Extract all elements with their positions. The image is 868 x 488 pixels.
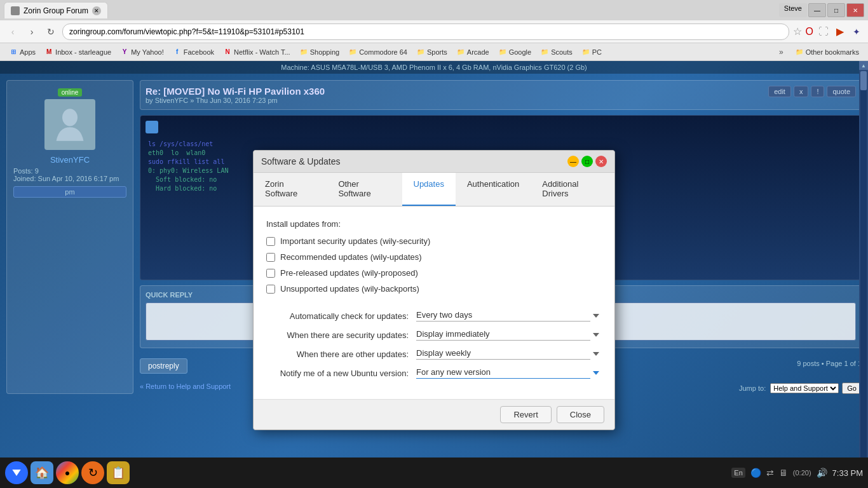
- auto-check-row: Automatically check for updates: Every t…: [266, 310, 602, 322]
- security-label[interactable]: Important security updates (wily-securit…: [280, 236, 430, 246]
- revert-button[interactable]: Revert: [500, 406, 551, 423]
- recommended-checkbox[interactable]: [266, 253, 275, 262]
- tab-authentication[interactable]: Authentication: [456, 173, 531, 206]
- other-updates-label: When there are other updates:: [269, 349, 409, 359]
- checkbox-security: Important security updates (wily-securit…: [266, 236, 602, 246]
- scroll-up-button[interactable]: ▲: [859, 61, 868, 70]
- tab-zorin-software[interactable]: Zorin Software: [254, 173, 327, 206]
- bookmark-google[interactable]: 📁 Google: [494, 46, 535, 58]
- other-updates-arrow[interactable]: [593, 352, 599, 356]
- website-content: Machine: ASUS M5A78L-M/USB 3, AMD Phenom…: [0, 61, 868, 488]
- time-detail: (0:20): [793, 469, 811, 477]
- reload-button[interactable]: ↻: [43, 24, 58, 39]
- post-reply-button[interactable]: postreply: [140, 358, 187, 374]
- url-input[interactable]: [62, 24, 789, 40]
- return-link[interactable]: « Return to Help and Support: [140, 383, 231, 390]
- scroll-thumb[interactable]: [860, 71, 867, 90]
- sports-folder-icon: 📁: [416, 48, 425, 57]
- pc-folder-icon: 📁: [581, 48, 590, 57]
- security-checkbox[interactable]: [266, 237, 275, 246]
- bookmark-commodore[interactable]: 📁 Commodore 64: [344, 46, 411, 58]
- minimize-button[interactable]: —: [808, 3, 826, 17]
- zorin-menu-button[interactable]: [5, 461, 28, 484]
- quote-button[interactable]: quote: [827, 86, 856, 97]
- bookmark-sports[interactable]: 📁 Sports: [412, 46, 451, 58]
- bookmark-scouts[interactable]: 📁 Scouts: [536, 46, 576, 58]
- recommended-label[interactable]: Recommended updates (wily-updates): [280, 252, 422, 262]
- bookmark-other[interactable]: 📁 Other bookmarks: [791, 46, 863, 58]
- other-updates-wrapper: Display weekly: [416, 348, 599, 360]
- jump-select[interactable]: Help and Support: [770, 383, 839, 393]
- commodore-folder-icon: 📁: [348, 48, 357, 57]
- tab-other-software[interactable]: Other Software: [327, 173, 402, 206]
- edit-button[interactable]: edit: [768, 86, 791, 97]
- security-updates-label: When there are security updates:: [269, 330, 409, 340]
- tab-additional-drivers[interactable]: Additional Drivers: [531, 173, 614, 206]
- tab-close-button[interactable]: ✕: [92, 6, 101, 15]
- security-updates-arrow[interactable]: [593, 333, 599, 337]
- language-indicator[interactable]: En: [731, 468, 745, 478]
- apps-icon: ⊞: [9, 48, 18, 57]
- avatar-icon: [51, 105, 89, 144]
- security-updates-row: When there are security updates: Display…: [266, 329, 602, 341]
- new-version-label: Notify me of a new Ubuntu version:: [269, 369, 409, 378]
- page-count: 9 posts • Page 1 of 1: [797, 360, 862, 367]
- taskbar-files-button[interactable]: 🏠: [31, 461, 53, 484]
- bookmark-commodore-label: Commodore 64: [359, 48, 407, 56]
- taskbar-chrome-button[interactable]: ●: [56, 461, 79, 484]
- window-close-button[interactable]: ✕: [846, 3, 864, 17]
- bluetooth-icon[interactable]: 🔵: [750, 468, 761, 478]
- modal-titlebar: Software & Updates — □ ✕: [254, 151, 614, 173]
- tab-updates[interactable]: Updates: [402, 173, 456, 206]
- more-bookmarks-button[interactable]: »: [775, 46, 787, 58]
- taskbar-fm-button[interactable]: 📋: [107, 461, 130, 484]
- new-version-arrow[interactable]: [593, 371, 599, 375]
- modal-close-button[interactable]: ✕: [595, 156, 607, 167]
- bookmark-arcade[interactable]: 📁 Arcade: [452, 46, 493, 58]
- modal-tabs-bar: Zorin Software Other Software Updates Au…: [254, 173, 614, 207]
- bookmark-shopping[interactable]: 📁 Shopping: [295, 46, 344, 58]
- volume-icon[interactable]: 🔊: [817, 468, 827, 478]
- taskbar-sync-button[interactable]: ↻: [81, 461, 104, 484]
- pm-button[interactable]: pm: [13, 186, 126, 198]
- svg-point-0: [62, 109, 78, 126]
- modal-footer: Revert Close: [254, 399, 614, 430]
- bookmark-facebook[interactable]: f Facebook: [169, 46, 218, 58]
- exclaim-button[interactable]: !: [811, 86, 824, 97]
- prereleased-label[interactable]: Pre-released updates (wily-proposed): [280, 268, 418, 278]
- prereleased-checkbox[interactable]: [266, 269, 275, 278]
- back-button[interactable]: ‹: [5, 24, 20, 39]
- forward-button[interactable]: ›: [24, 24, 39, 39]
- screenshot-icon[interactable]: 🖥: [779, 468, 788, 478]
- browser-tab[interactable]: Zorin Group Forum ✕: [4, 2, 108, 18]
- modal-minimize-button[interactable]: —: [567, 156, 579, 167]
- unsupported-checkbox[interactable]: [266, 285, 275, 294]
- network-icon[interactable]: ⇄: [766, 468, 774, 478]
- scroll-track: [860, 71, 867, 488]
- bookmark-netflix[interactable]: N Netflix - Watch T...: [219, 46, 294, 58]
- user-joined-info: Joined: Sun Apr 10, 2016 6:17 pm: [13, 175, 126, 182]
- x-button[interactable]: x: [794, 86, 809, 97]
- bookmark-yahoo[interactable]: Y My Yahoo!: [116, 46, 168, 58]
- bookmark-apps[interactable]: ⊞ Apps: [5, 46, 39, 58]
- bookmark-icon[interactable]: ☆: [793, 25, 802, 37]
- modal-maximize-button[interactable]: □: [581, 156, 593, 167]
- auto-check-label: Automatically check for updates:: [269, 311, 409, 321]
- bookmark-shopping-label: Shopping: [310, 48, 340, 56]
- maximize-button[interactable]: □: [827, 3, 845, 17]
- taskbar: 🏠 ● ↻ 📋 En 🔵 ⇄ 🖥 (0:20) 🔊 7:33 PM: [0, 458, 868, 488]
- bookmark-apps-label: Apps: [20, 48, 36, 56]
- bookmark-pc[interactable]: 📁 PC: [578, 46, 606, 58]
- checkbox-recommended: Recommended updates (wily-updates): [266, 252, 602, 262]
- bookmark-inbox[interactable]: M Inbox - starleague: [41, 46, 115, 58]
- auto-check-arrow[interactable]: [593, 314, 599, 318]
- machine-info-bar: Machine: ASUS M5A78L-M/USB 3, AMD Phenom…: [0, 61, 868, 74]
- scrollbar[interactable]: ▲ ▼: [859, 61, 868, 488]
- unsupported-label[interactable]: Unsupported updates (wily-backports): [280, 284, 419, 294]
- other-folder-icon: 📁: [795, 48, 804, 57]
- google-folder-icon: 📁: [498, 48, 507, 57]
- new-version-wrapper: For any new version: [416, 367, 599, 379]
- avatar: [44, 99, 95, 150]
- modal-close-btn[interactable]: Close: [557, 406, 604, 423]
- online-badge: online: [58, 88, 83, 97]
